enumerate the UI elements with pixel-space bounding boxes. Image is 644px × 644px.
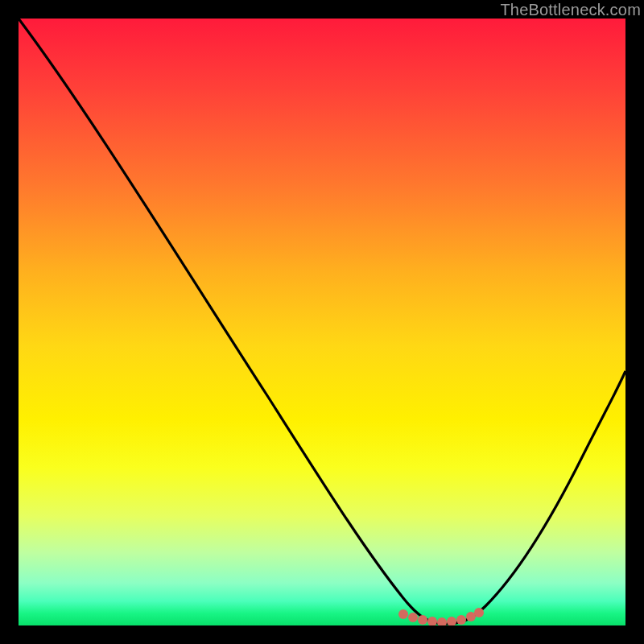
- chart-container: TheBottleneck.com: [0, 0, 644, 644]
- chart-svg: [19, 19, 625, 625]
- bottleneck-curve: [19, 19, 625, 624]
- optimal-marker: [427, 617, 437, 625]
- optimal-marker: [456, 615, 466, 625]
- optimal-marker: [447, 617, 456, 625]
- optimal-marker-group: [398, 608, 484, 625]
- watermark-text: TheBottleneck.com: [500, 1, 641, 19]
- optimal-marker: [408, 613, 418, 622]
- optimal-marker: [474, 608, 484, 617]
- optimal-marker: [398, 609, 408, 619]
- optimal-marker: [437, 617, 447, 625]
- optimal-marker: [418, 615, 427, 625]
